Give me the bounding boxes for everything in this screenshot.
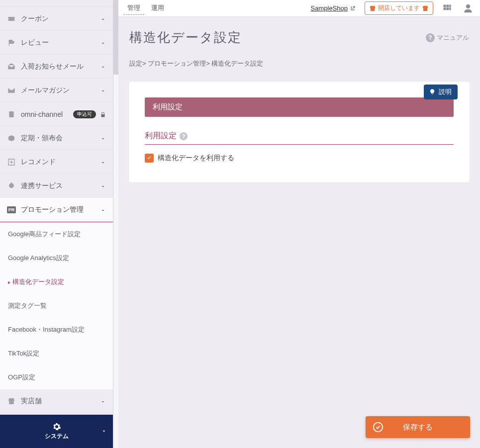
use-structured-data-row: 構造化データを利用する — [145, 154, 454, 163]
flag-icon — [7, 38, 16, 47]
chevron-down-icon — [100, 64, 106, 70]
sidebar-sub-label: Facebook・Instagram設定 — [8, 325, 85, 334]
sidebar-item-mail-magazine[interactable]: メールマガジン — [0, 79, 113, 102]
sidebar-item-label: omni-channel — [21, 110, 70, 118]
chevron-down-icon — [100, 88, 106, 93]
lock-icon — [100, 111, 106, 117]
shop-name: SampleShop — [311, 4, 348, 12]
main: 管理 運用 SampleShop 開店しています 構造化データ設定 ? マニュア… — [118, 0, 480, 448]
store-icon — [369, 5, 376, 12]
sidebar-sub-label: 構造化データ設定 — [12, 277, 64, 286]
package-icon — [7, 134, 16, 143]
tab-admin[interactable]: 管理 — [123, 1, 144, 15]
sidebar-item-omni-channel[interactable]: omni-channel 申込可 — [0, 102, 113, 126]
sidebar-sub-google-analytics[interactable]: Google Analytics設定 — [0, 246, 113, 270]
sidebar-sub-google-feed[interactable]: Google商品フィード設定 — [0, 222, 113, 246]
puzzle-icon — [7, 181, 16, 190]
chevron-up-icon — [100, 207, 106, 213]
store-icon — [422, 5, 429, 12]
manual-link[interactable]: ? マニュアル — [426, 33, 469, 42]
chevron-down-icon — [100, 16, 106, 22]
help-icon: ? — [426, 33, 435, 42]
sidebar-item-label: レコメンド — [21, 158, 100, 167]
sidebar-item-label: 連携サービス — [21, 181, 100, 190]
sidebar-sub-label: Google商品フィード設定 — [8, 230, 81, 239]
sidebar-item-label: プロモーション管理 — [21, 205, 100, 214]
open-status-button[interactable]: 開店しています — [365, 1, 433, 15]
store-icon — [7, 397, 16, 406]
sidebar-item-stores[interactable]: 実店舗 — [0, 389, 113, 413]
plus-box-icon — [7, 158, 16, 167]
shop-link[interactable]: SampleShop — [311, 4, 356, 12]
ticket-icon — [7, 14, 16, 23]
breadcrumb-separator: > — [142, 60, 148, 67]
sidebar-item-label: レビュー — [21, 38, 100, 47]
sidebar-item-subscription[interactable]: 定期・頒布会 — [0, 126, 113, 150]
sidebar-item-arrival-mail[interactable]: 入荷お知らせメール — [0, 55, 113, 79]
svg-rect-0 — [9, 111, 13, 117]
sidebar-scrollbar[interactable] — [113, 0, 118, 448]
explain-label: 説明 — [439, 88, 452, 96]
sidebar-sub-ogp[interactable]: OGP設定 — [0, 365, 113, 389]
chevron-down-icon — [100, 183, 106, 189]
pr-icon: PR — [7, 206, 16, 213]
gear-icon — [52, 422, 61, 431]
lightbulb-icon — [429, 89, 436, 95]
page-title: 構造化データ設定 — [129, 29, 426, 46]
sidebar-item-promotion[interactable]: PR プロモーション管理 — [0, 198, 113, 222]
open-status-label: 開店しています — [378, 4, 420, 12]
sidebar-item-integrations[interactable]: 連携サービス — [0, 174, 113, 198]
mail-icon — [7, 86, 16, 95]
breadcrumb: 設定> プロモーション管理> 構造化データ設定 — [118, 55, 480, 74]
breadcrumb-part[interactable]: プロモーション管理 — [148, 60, 206, 67]
save-button[interactable]: 保存する — [366, 416, 470, 438]
chevron-down-icon — [100, 40, 106, 46]
save-label: 保存する — [403, 423, 433, 432]
sidebar-sub-tiktok[interactable]: TikTok設定 — [0, 342, 113, 365]
mail-open-icon — [7, 62, 16, 71]
help-icon[interactable]: ? — [180, 132, 188, 140]
sidebar-sub-label: 測定タグ一覧 — [8, 301, 47, 310]
sidebar-item-label: 実店舗 — [21, 397, 100, 406]
apply-badge: 申込可 — [73, 110, 96, 118]
tab-operation[interactable]: 運用 — [147, 1, 168, 15]
section-subtitle: 利用設定 ? — [145, 131, 454, 145]
sidebar-item-review[interactable]: レビュー — [0, 31, 113, 55]
sidebar-system-button[interactable]: システム — [0, 415, 113, 448]
sidebar-item-coupon[interactable]: クーポン — [0, 7, 113, 31]
page-header: 構造化データ設定 ? マニュアル — [118, 17, 480, 55]
checkbox-label: 構造化データを利用する — [158, 154, 234, 163]
sidebar-sub-tracking-tags[interactable]: 測定タグ一覧 — [0, 294, 113, 318]
external-link-icon — [350, 5, 356, 11]
apps-grid-button[interactable] — [440, 1, 454, 15]
sidebar-sub-label: TikTok設定 — [8, 349, 39, 358]
sidebar-scroll: クーポン レビュー 入荷お知らせメール メールマガジン omni-cha — [0, 0, 113, 415]
sidebar-sub-facebook-instagram[interactable]: Facebook・Instagram設定 — [0, 318, 113, 342]
sidebar-item-label: 入荷お知らせメール — [21, 62, 100, 71]
user-menu-button[interactable] — [461, 1, 475, 15]
svg-point-1 — [374, 423, 383, 432]
explain-button[interactable]: 説明 — [424, 85, 458, 99]
sidebar-sub-label: OGP設定 — [8, 373, 35, 382]
sidebar-item-label: 定期・頒布会 — [21, 134, 100, 143]
device-icon — [7, 110, 16, 119]
use-structured-data-checkbox[interactable] — [145, 154, 154, 163]
manual-label: マニュアル — [437, 33, 469, 42]
sidebar-sub-label: Google Analytics設定 — [8, 254, 69, 263]
chevron-down-icon — [101, 428, 107, 436]
sidebar-item-label: クーポン — [21, 14, 100, 23]
system-label: システム — [45, 432, 69, 441]
sidebar-item-label: メールマガジン — [21, 86, 100, 95]
breadcrumb-part[interactable]: 設定 — [129, 60, 142, 67]
chevron-down-icon — [100, 398, 106, 404]
topbar: 管理 運用 SampleShop 開店しています — [118, 0, 480, 17]
sidebar-item-recommend[interactable]: レコメンド — [0, 150, 113, 174]
breadcrumb-separator: > — [206, 60, 211, 67]
section-title-bar: 利用設定 — [145, 97, 454, 117]
section-subtitle-text: 利用設定 — [145, 131, 177, 141]
check-circle-icon — [373, 422, 384, 433]
breadcrumb-part: 構造化データ設定 — [211, 60, 263, 67]
sidebar-sub-structured-data[interactable]: 構造化データ設定 — [0, 270, 113, 294]
chevron-down-icon — [100, 159, 106, 165]
chevron-down-icon — [100, 135, 106, 141]
